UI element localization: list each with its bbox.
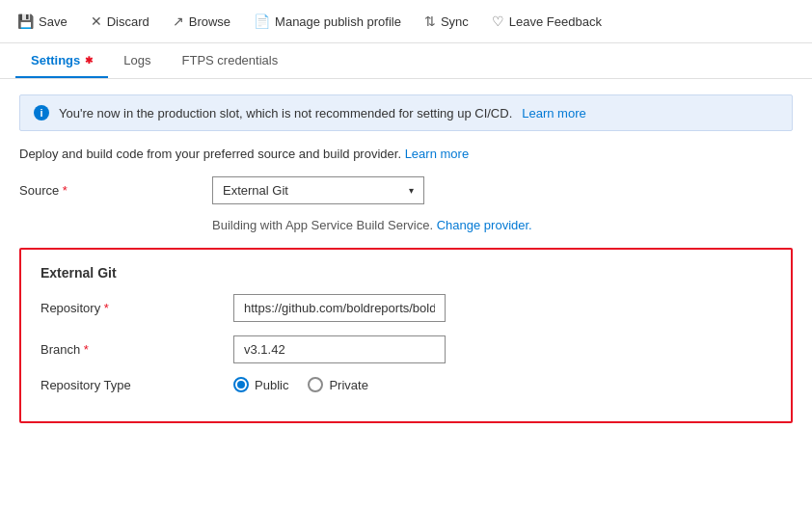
branch-label: Branch * bbox=[41, 342, 233, 357]
info-icon: i bbox=[34, 105, 49, 121]
chevron-down-icon: ▾ bbox=[409, 185, 414, 196]
external-git-title: External Git bbox=[41, 265, 771, 281]
source-dropdown[interactable]: External Git ▾ bbox=[212, 176, 424, 204]
discard-icon: ✕ bbox=[91, 13, 102, 29]
tabs-bar: Settings ✱ Logs FTPS credentials bbox=[0, 43, 812, 79]
manage-publish-profile-button[interactable]: 📄 Manage publish profile bbox=[252, 10, 403, 33]
heart-icon: ♡ bbox=[492, 13, 504, 29]
build-info-text: Building with App Service Build Service. bbox=[212, 218, 433, 232]
branch-input[interactable] bbox=[233, 335, 446, 363]
banner-message: You're now in the production slot, which… bbox=[59, 106, 512, 121]
info-banner: i You're now in the production slot, whi… bbox=[19, 94, 793, 131]
leave-feedback-button[interactable]: ♡ Leave Feedback bbox=[490, 10, 604, 33]
repo-type-control-wrapper: Public Private bbox=[233, 377, 771, 392]
description-learn-more-text: Learn more bbox=[405, 147, 469, 161]
repository-input[interactable] bbox=[233, 294, 446, 322]
source-required-star: * bbox=[59, 183, 68, 198]
branch-required-star: * bbox=[80, 342, 89, 357]
tab-ftps-credentials[interactable]: FTPS credentials bbox=[167, 43, 294, 78]
save-button[interactable]: 💾 Save bbox=[15, 10, 69, 33]
source-value: External Git bbox=[223, 183, 288, 198]
browse-button[interactable]: ↗ Browse bbox=[171, 10, 232, 33]
change-provider-text: Change provider. bbox=[437, 218, 532, 232]
settings-tab-label: Settings bbox=[31, 53, 80, 67]
toolbar: 💾 Save ✕ Discard ↗ Browse 📄 Manage publi… bbox=[0, 0, 812, 43]
save-icon: 💾 bbox=[17, 13, 34, 29]
save-label: Save bbox=[39, 14, 68, 29]
browse-label: Browse bbox=[189, 14, 230, 29]
public-radio-circle bbox=[233, 377, 249, 392]
discard-button[interactable]: ✕ Discard bbox=[89, 10, 151, 33]
sync-icon: ⇅ bbox=[424, 13, 436, 29]
private-radio-circle bbox=[308, 377, 323, 392]
repository-label: Repository * bbox=[41, 301, 233, 315]
discard-label: Discard bbox=[107, 14, 149, 29]
sync-button[interactable]: ⇅ Sync bbox=[422, 10, 471, 33]
page-description: Deploy and build code from your preferre… bbox=[19, 147, 793, 161]
description-text: Deploy and build code from your preferre… bbox=[19, 147, 401, 161]
public-radio-option[interactable]: Public bbox=[233, 377, 288, 392]
build-info: Building with App Service Build Service.… bbox=[212, 218, 793, 232]
logs-tab-label: Logs bbox=[123, 53, 150, 67]
source-label: Source * bbox=[19, 183, 212, 198]
manage-profile-icon: 📄 bbox=[254, 13, 270, 29]
leave-feedback-label: Leave Feedback bbox=[509, 14, 602, 29]
sync-label: Sync bbox=[441, 14, 469, 29]
source-control-wrapper: External Git ▾ bbox=[212, 176, 793, 204]
settings-asterisk: ✱ bbox=[85, 55, 93, 66]
branch-row: Branch * bbox=[41, 335, 771, 363]
tab-settings[interactable]: Settings ✱ bbox=[15, 43, 108, 78]
manage-publish-profile-label: Manage publish profile bbox=[275, 14, 401, 29]
private-label: Private bbox=[329, 378, 367, 392]
public-label: Public bbox=[255, 378, 288, 392]
private-radio-option[interactable]: Private bbox=[308, 377, 367, 392]
banner-learn-more-link[interactable]: Learn more bbox=[522, 106, 585, 121]
repo-type-label: Repository Type bbox=[41, 378, 233, 392]
tab-logs[interactable]: Logs bbox=[108, 43, 166, 78]
ftps-tab-label: FTPS credentials bbox=[182, 53, 279, 67]
browse-icon: ↗ bbox=[173, 13, 184, 29]
main-content: i You're now in the production slot, whi… bbox=[0, 79, 812, 439]
external-git-section: External Git Repository * Branch * Repos… bbox=[19, 248, 793, 423]
repo-type-radio-group: Public Private bbox=[233, 377, 771, 392]
repo-type-row: Repository Type Public Private bbox=[41, 377, 771, 392]
source-row: Source * External Git ▾ bbox=[19, 176, 793, 204]
repository-row: Repository * bbox=[41, 294, 771, 322]
repository-control-wrapper bbox=[233, 294, 771, 322]
repository-required-star: * bbox=[100, 301, 109, 315]
branch-control-wrapper bbox=[233, 335, 771, 363]
